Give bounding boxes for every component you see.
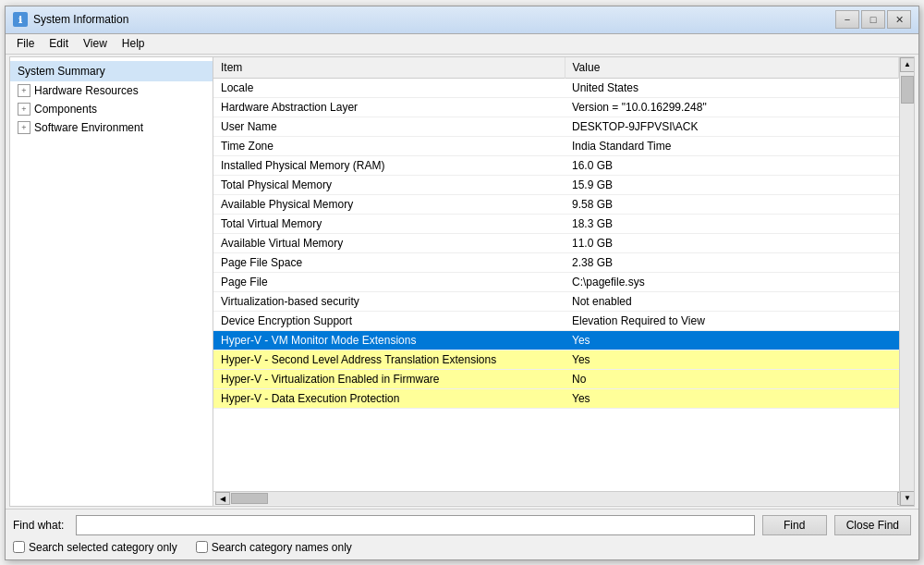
- checkbox1-label: Search selected category only: [29, 541, 177, 554]
- window-title: System Information: [33, 13, 835, 26]
- scroll-track-h[interactable]: [230, 492, 897, 505]
- table-cell-item: Hyper-V - VM Monitor Mode Extensions: [213, 330, 565, 350]
- table-cell-value: DESKTOP-9JFPVSI\ACK: [565, 117, 899, 136]
- window-controls: − □ ✕: [835, 10, 911, 29]
- app-icon: ℹ: [13, 12, 28, 27]
- hardware-resources-label: Hardware Resources: [34, 84, 139, 97]
- table-cell-value: Not enabled: [565, 291, 899, 311]
- title-bar: ℹ System Information − □ ✕: [6, 6, 918, 34]
- menu-view[interactable]: View: [76, 35, 115, 52]
- sidebar-item-system-summary[interactable]: System Summary: [10, 61, 213, 81]
- find-button[interactable]: Find: [762, 515, 827, 535]
- checkbox-selected-category[interactable]: Search selected category only: [13, 541, 177, 554]
- table-cell-item: Page File: [213, 272, 565, 291]
- table-cell-value: Yes: [565, 388, 899, 408]
- table-cell-item: Available Physical Memory: [213, 194, 565, 214]
- table-row[interactable]: Total Physical Memory15.9 GB: [213, 175, 899, 194]
- expander-hardware[interactable]: +: [18, 84, 30, 97]
- table-cell-value: Yes: [565, 350, 899, 369]
- scroll-down-btn[interactable]: ▼: [900, 491, 914, 506]
- info-table: Item Value LocaleUnited StatesHardware A…: [213, 57, 899, 409]
- expander-software[interactable]: +: [18, 121, 30, 134]
- scroll-left-btn[interactable]: ◀: [215, 492, 230, 505]
- bottom-panel: Find what: Find Close Find Search select…: [6, 509, 918, 559]
- table-cell-value: 11.0 GB: [565, 233, 899, 252]
- horizontal-scrollbar[interactable]: ◀ ▶: [213, 491, 914, 506]
- table-cell-value: No: [565, 369, 899, 388]
- scroll-up-btn[interactable]: ▲: [900, 57, 914, 72]
- checkbox-selected-category-input[interactable]: [13, 541, 25, 553]
- table-cell-item: Virtualization-based security: [213, 291, 565, 311]
- table-row[interactable]: Device Encryption SupportElevation Requi…: [213, 311, 899, 330]
- scroll-track-v[interactable]: [900, 72, 914, 491]
- table-cell-item: Available Virtual Memory: [213, 233, 565, 252]
- col-header-value: Value: [565, 57, 899, 79]
- table-cell-item: Total Virtual Memory: [213, 214, 565, 233]
- table-row[interactable]: Hyper-V - Data Execution ProtectionYes: [213, 388, 899, 408]
- table-cell-item: Locale: [213, 78, 565, 97]
- table-cell-value: C:\pagefile.sys: [565, 272, 899, 291]
- table-row[interactable]: Hyper-V - Second Level Address Translati…: [213, 350, 899, 369]
- table-row[interactable]: Page File Space2.38 GB: [213, 252, 899, 272]
- menu-file[interactable]: File: [9, 35, 42, 52]
- menu-edit[interactable]: Edit: [42, 35, 76, 52]
- main-window: ℹ System Information − □ ✕ File Edit Vie…: [5, 6, 919, 560]
- table-cell-item: Hyper-V - Virtualization Enabled in Firm…: [213, 369, 565, 388]
- checkbox-category-names[interactable]: Search category names only: [196, 541, 352, 554]
- left-panel: System Summary + Hardware Resources + Co…: [10, 57, 213, 506]
- table-container[interactable]: Item Value LocaleUnited StatesHardware A…: [213, 57, 914, 491]
- table-row[interactable]: Hyper-V - Virtualization Enabled in Firm…: [213, 369, 899, 388]
- sidebar-item-components[interactable]: + Components: [10, 100, 213, 118]
- checkbox-row: Search selected category only Search cat…: [13, 541, 911, 554]
- sidebar-item-hardware-resources[interactable]: + Hardware Resources: [10, 81, 213, 100]
- right-panel: Item Value LocaleUnited StatesHardware A…: [213, 57, 914, 506]
- table-row[interactable]: User NameDESKTOP-9JFPVSI\ACK: [213, 117, 899, 136]
- table-row[interactable]: Total Virtual Memory18.3 GB: [213, 214, 899, 233]
- table-row[interactable]: Hardware Abstraction LayerVersion = "10.…: [213, 97, 899, 117]
- close-button[interactable]: ✕: [887, 10, 911, 29]
- table-row[interactable]: Available Physical Memory9.58 GB: [213, 194, 899, 214]
- software-environment-label: Software Environment: [34, 121, 143, 134]
- table-row[interactable]: Page FileC:\pagefile.sys: [213, 272, 899, 291]
- table-cell-item: Device Encryption Support: [213, 311, 565, 330]
- table-row[interactable]: Available Virtual Memory11.0 GB: [213, 233, 899, 252]
- table-cell-item: Hyper-V - Second Level Address Translati…: [213, 350, 565, 369]
- table-cell-value: 9.58 GB: [565, 194, 899, 214]
- checkbox2-label: Search category names only: [212, 541, 352, 554]
- table-cell-item: Total Physical Memory: [213, 175, 565, 194]
- scroll-thumb-h[interactable]: [231, 493, 268, 504]
- table-cell-value: Elevation Required to View: [565, 311, 899, 330]
- find-label: Find what:: [13, 519, 68, 532]
- vertical-scrollbar[interactable]: ▲ ▼: [899, 57, 914, 506]
- table-cell-item: Hyper-V - Data Execution Protection: [213, 388, 565, 408]
- table-cell-item: Hardware Abstraction Layer: [213, 97, 565, 117]
- table-cell-value: India Standard Time: [565, 136, 899, 155]
- menu-help[interactable]: Help: [115, 35, 152, 52]
- table-cell-item: Page File Space: [213, 252, 565, 272]
- menu-bar: File Edit View Help: [6, 34, 918, 55]
- table-row[interactable]: Installed Physical Memory (RAM)16.0 GB: [213, 155, 899, 175]
- find-row: Find what: Find Close Find: [13, 515, 911, 535]
- table-cell-item: User Name: [213, 117, 565, 136]
- expander-components[interactable]: +: [18, 103, 30, 116]
- table-row[interactable]: Time ZoneIndia Standard Time: [213, 136, 899, 155]
- components-label: Components: [34, 103, 97, 116]
- maximize-button[interactable]: □: [861, 10, 885, 29]
- table-row[interactable]: Hyper-V - VM Monitor Mode ExtensionsYes: [213, 330, 899, 350]
- table-cell-item: Time Zone: [213, 136, 565, 155]
- table-row[interactable]: Virtualization-based securityNot enabled: [213, 291, 899, 311]
- main-content-area: System Summary + Hardware Resources + Co…: [9, 56, 915, 507]
- table-cell-value: 18.3 GB: [565, 214, 899, 233]
- find-input[interactable]: [76, 515, 755, 535]
- table-cell-item: Installed Physical Memory (RAM): [213, 155, 565, 175]
- table-cell-value: Version = "10.0.16299.248": [565, 97, 899, 117]
- scroll-thumb-v[interactable]: [901, 76, 914, 104]
- minimize-button[interactable]: −: [835, 10, 859, 29]
- checkbox-category-names-input[interactable]: [196, 541, 208, 553]
- close-find-button[interactable]: Close Find: [834, 515, 911, 535]
- table-cell-value: Yes: [565, 330, 899, 350]
- sidebar-item-software-environment[interactable]: + Software Environment: [10, 118, 213, 137]
- table-row[interactable]: LocaleUnited States: [213, 78, 899, 97]
- system-summary-label: System Summary: [18, 65, 105, 78]
- table-cell-value: 2.38 GB: [565, 252, 899, 272]
